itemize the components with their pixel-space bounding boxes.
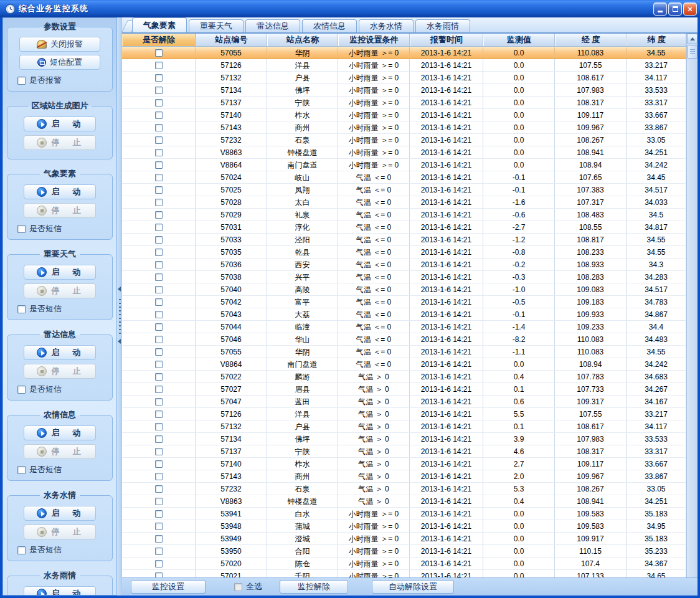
release-checkbox[interactable] xyxy=(155,74,163,82)
water-level-start-button[interactable]: 启 动 xyxy=(24,506,96,521)
table-row[interactable]: 57044临潼气温 ＜= 02013-1-6 14:21-1.4109.2333… xyxy=(122,321,686,333)
scrollbar-track[interactable] xyxy=(687,59,698,577)
release-checkbox[interactable] xyxy=(155,249,163,256)
minimize-button[interactable] xyxy=(653,2,667,16)
release-checkbox[interactable] xyxy=(155,62,163,69)
scroll-up-arrow-icon[interactable] xyxy=(687,34,698,44)
params-settings-alarm-enable-checkbox[interactable] xyxy=(17,77,26,85)
release-checkbox[interactable] xyxy=(155,298,163,306)
tab-important-weather[interactable]: 重要天气 xyxy=(189,19,244,32)
table-row[interactable]: 57126洋县小时雨量 ＞= 02013-1-6 14:210.0107.553… xyxy=(122,59,686,72)
release-checkbox[interactable] xyxy=(155,523,163,530)
table-row[interactable]: 57038兴平气温 ＜= 02013-1-6 14:21-0.3108.2833… xyxy=(122,271,686,283)
table-row[interactable]: 57055华阴小时雨量 ＞= 02013-1-6 14:210.0110.083… xyxy=(122,47,686,59)
scrollbar-thumb[interactable] xyxy=(687,45,698,59)
agriculture-info-sms-enable-checkbox[interactable] xyxy=(17,466,26,474)
release-checkbox[interactable] xyxy=(155,348,163,356)
collapse-arrow-icon[interactable] xyxy=(118,339,121,344)
table-row[interactable]: V8863钟楼盘道小时雨量 ＞= 02013-1-6 14:210.0108.9… xyxy=(122,146,686,159)
column-header-longitude[interactable]: 经 度 xyxy=(555,34,627,46)
weather-elements-stop-button[interactable]: 停 止 xyxy=(24,203,96,218)
table-row[interactable]: 53941白水小时雨量 ＞= 02013-1-6 14:210.0109.583… xyxy=(122,508,686,520)
release-checkbox[interactable] xyxy=(155,211,163,219)
release-checkbox[interactable] xyxy=(155,124,163,131)
select-all-checkbox[interactable] xyxy=(234,583,242,591)
table-row[interactable]: 53949澄城小时雨量 ＞= 02013-1-6 14:210.0109.917… xyxy=(122,533,686,545)
release-checkbox[interactable] xyxy=(155,149,163,156)
release-checkbox[interactable] xyxy=(155,224,163,231)
table-row[interactable]: 57055华阴气温 ＜= 02013-1-6 14:21-1.1110.0833… xyxy=(122,346,686,358)
table-row[interactable]: 57134佛坪气温 ＞ 02013-1-6 14:213.9107.98333.… xyxy=(122,433,686,445)
release-checkbox[interactable] xyxy=(155,435,163,443)
table-row[interactable]: 57140柞水小时雨量 ＞= 02013-1-6 14:210.0109.117… xyxy=(122,109,686,121)
table-row[interactable]: 57042富平气温 ＜= 02013-1-6 14:21-0.5109.1833… xyxy=(122,296,686,308)
table-row[interactable]: 57033泾阳气温 ＜= 02013-1-6 14:21-1.2108.8173… xyxy=(122,234,686,246)
release-checkbox[interactable] xyxy=(155,336,163,343)
release-checkbox[interactable] xyxy=(155,535,163,543)
release-checkbox[interactable] xyxy=(155,112,163,119)
release-checkbox[interactable] xyxy=(155,572,163,578)
collapse-arrow-icon[interactable] xyxy=(118,287,121,292)
release-checkbox[interactable] xyxy=(155,136,163,144)
table-row[interactable]: 57137宁陕气温 ＞ 02013-1-6 14:214.6108.31733.… xyxy=(122,445,686,458)
release-checkbox[interactable] xyxy=(155,473,163,480)
monitor-set-button[interactable]: 监控设置 xyxy=(131,580,206,594)
agriculture-info-stop-button[interactable]: 停 止 xyxy=(24,444,96,459)
maximize-button[interactable] xyxy=(668,2,682,16)
release-checkbox[interactable] xyxy=(155,186,163,194)
table-row[interactable]: 57143商州气温 ＞ 02013-1-6 14:212.0109.96733.… xyxy=(122,470,686,483)
regional-station-image-stop-button[interactable]: 停 止 xyxy=(24,135,96,150)
table-row[interactable]: 57143商州小时雨量 ＞= 02013-1-6 14:210.0109.967… xyxy=(122,121,686,134)
table-row[interactable]: 57132户县小时雨量 ＞= 02013-1-6 14:210.0108.617… xyxy=(122,72,686,84)
table-row[interactable]: 53950合阳小时雨量 ＞= 02013-1-6 14:210.0110.153… xyxy=(122,545,686,558)
column-header-station-id[interactable]: 站点编号 xyxy=(196,34,267,46)
table-row[interactable]: 57022麟游气温 ＞ 02013-1-6 14:210.4107.78334.… xyxy=(122,371,686,383)
table-row[interactable]: 57126洋县气温 ＞ 02013-1-6 14:215.5107.5533.2… xyxy=(122,408,686,420)
table-row[interactable]: 57132户县气温 ＞ 02013-1-6 14:210.1108.61734.… xyxy=(122,420,686,433)
important-weather-stop-button[interactable]: 停 止 xyxy=(24,283,96,298)
close-alarm-button[interactable]: 关闭报警 xyxy=(19,37,100,52)
release-checkbox[interactable] xyxy=(155,373,163,381)
release-checkbox[interactable] xyxy=(155,323,163,331)
agriculture-info-start-button[interactable]: 启 动 xyxy=(24,425,96,440)
radar-info-stop-button[interactable]: 停 止 xyxy=(24,364,96,379)
table-row[interactable]: 57021千阳小时雨量 ＞= 02013-1-6 14:210.0107.133… xyxy=(122,570,686,577)
splitter-grip[interactable] xyxy=(119,299,121,334)
release-checkbox[interactable] xyxy=(155,411,163,418)
table-row[interactable]: V8864南门盘道气温 ＜= 02013-1-6 14:210.0108.943… xyxy=(122,358,686,371)
release-checkbox[interactable] xyxy=(155,99,163,107)
weather-elements-start-button[interactable]: 启 动 xyxy=(24,184,96,199)
auto-release-button[interactable]: 自动解除设置 xyxy=(372,580,454,594)
table-row[interactable]: 57020陈仓小时雨量 ＞= 02013-1-6 14:210.0107.434… xyxy=(122,558,686,570)
release-checkbox[interactable] xyxy=(155,273,163,281)
column-header-condition[interactable]: 监控设置条件 xyxy=(338,34,410,46)
release-checkbox[interactable] xyxy=(155,161,163,169)
release-checkbox[interactable] xyxy=(155,485,163,493)
table-row[interactable]: 57232石泉小时雨量 ＞= 02013-1-6 14:210.0108.267… xyxy=(122,134,686,146)
release-checkbox[interactable] xyxy=(155,199,163,206)
release-checkbox[interactable] xyxy=(155,311,163,318)
vertical-scrollbar[interactable] xyxy=(686,34,698,577)
release-checkbox[interactable] xyxy=(155,498,163,505)
release-checkbox[interactable] xyxy=(155,423,163,430)
radar-info-start-button[interactable]: 启 动 xyxy=(24,345,96,360)
release-checkbox[interactable] xyxy=(155,49,163,57)
column-header-alarm-time[interactable]: 报警时间 xyxy=(410,34,483,46)
sms-config-button[interactable]: 短信配置 xyxy=(19,55,100,70)
tab-radar-info[interactable]: 雷达信息 xyxy=(245,19,300,32)
water-level-stop-button[interactable]: 停 止 xyxy=(24,524,96,539)
weather-elements-sms-enable-checkbox[interactable] xyxy=(17,225,26,233)
monitor-release-button[interactable]: 监控解除 xyxy=(280,580,348,594)
release-checkbox[interactable] xyxy=(155,261,163,268)
tab-agriculture-info[interactable]: 农情信息 xyxy=(302,19,357,32)
column-header-station-name[interactable]: 站点名称 xyxy=(267,34,338,46)
table-row[interactable]: 57029礼泉气温 ＜= 02013-1-6 14:21-0.6108.4833… xyxy=(122,209,686,221)
release-checkbox[interactable] xyxy=(155,286,163,293)
column-header-latitude[interactable]: 纬 度 xyxy=(627,34,686,46)
tab-water-level[interactable]: 水务水情 xyxy=(359,19,414,32)
column-header-monitor-value[interactable]: 监测值 xyxy=(483,34,555,46)
tab-water-rain[interactable]: 水务雨情 xyxy=(415,19,470,32)
regional-station-image-start-button[interactable]: 启 动 xyxy=(24,116,96,131)
tab-weather-elements[interactable]: 气象要素 xyxy=(132,17,187,32)
table-row[interactable]: 57232石泉气温 ＞ 02013-1-6 14:215.3108.26733.… xyxy=(122,483,686,495)
